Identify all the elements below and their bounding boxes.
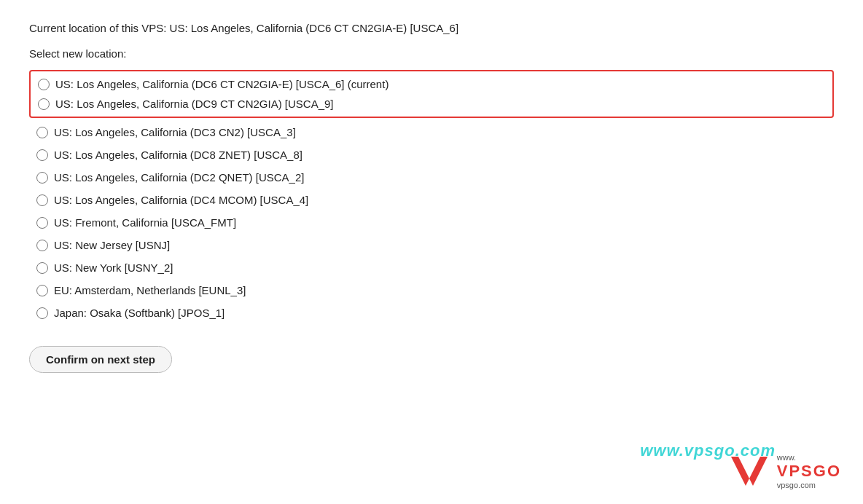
radio-usnj[interactable] <box>36 240 48 251</box>
logo-brand: VPSGO <box>777 462 841 481</box>
logo-domain: vpsgo.com <box>777 481 816 489</box>
radio-uscafmt[interactable] <box>36 217 48 229</box>
select-location-label: Select new location: <box>29 47 834 60</box>
radio-usca9[interactable] <box>38 98 50 110</box>
option-label-usca6[interactable]: US: Los Angeles, California (DC6 CT CN2G… <box>55 78 388 90</box>
list-item[interactable]: US: Los Angeles, California (DC3 CN2) [U… <box>29 121 834 143</box>
options-list: US: Los Angeles, California (DC6 CT CN2G… <box>29 70 834 324</box>
list-item[interactable]: US: New Jersey [USNJ] <box>29 234 834 256</box>
radio-eunl3[interactable] <box>36 285 48 296</box>
radio-usca4[interactable] <box>36 194 48 206</box>
option-label-usca4[interactable]: US: Los Angeles, California (DC4 MCOM) [… <box>54 194 308 206</box>
confirm-button[interactable]: Confirm on next step <box>29 346 172 373</box>
logo-www: www. <box>777 453 796 462</box>
logo-area: www. VPSGO vpsgo.com <box>727 453 841 489</box>
radio-usca6[interactable] <box>38 79 50 90</box>
svg-marker-1 <box>749 457 768 486</box>
option-label-eunl3[interactable]: EU: Amsterdam, Netherlands [EUNL_3] <box>54 284 246 296</box>
list-item[interactable]: US: Los Angeles, California (DC9 CT CN2G… <box>35 94 828 114</box>
radio-usny2[interactable] <box>36 262 48 274</box>
option-label-jpos1[interactable]: Japan: Osaka (Softbank) [JPOS_1] <box>54 307 224 319</box>
list-item[interactable]: US: Los Angeles, California (DC6 CT CN2G… <box>35 74 828 94</box>
list-item[interactable]: Japan: Osaka (Softbank) [JPOS_1] <box>29 302 834 324</box>
radio-usca2[interactable] <box>36 172 48 184</box>
list-item[interactable]: EU: Amsterdam, Netherlands [EUNL_3] <box>29 279 834 302</box>
option-label-usca8[interactable]: US: Los Angeles, California (DC8 ZNET) [… <box>54 149 302 161</box>
option-label-uscafmt[interactable]: US: Fremont, California [USCA_FMT] <box>54 216 236 229</box>
option-label-usca9[interactable]: US: Los Angeles, California (DC9 CT CN2G… <box>55 98 334 110</box>
page-container: Current location of this VPS: US: Los An… <box>0 0 863 504</box>
list-item[interactable]: US: Fremont, California [USCA_FMT] <box>29 211 834 234</box>
option-label-usny2[interactable]: US: New York [USNY_2] <box>54 261 173 274</box>
current-location-text: Current location of this VPS: US: Los An… <box>29 22 834 34</box>
radio-usca8[interactable] <box>36 149 48 161</box>
option-label-usnj[interactable]: US: New Jersey [USNJ] <box>54 239 170 251</box>
radio-usca3[interactable] <box>36 127 48 138</box>
list-item[interactable]: US: New York [USNY_2] <box>29 256 834 279</box>
list-item[interactable]: US: Los Angeles, California (DC8 ZNET) [… <box>29 143 834 166</box>
option-label-usca3[interactable]: US: Los Angeles, California (DC3 CN2) [U… <box>54 126 296 138</box>
logo-v-icon <box>727 453 771 489</box>
highlighted-options-group: US: Los Angeles, California (DC6 CT CN2G… <box>29 70 834 118</box>
svg-marker-0 <box>731 457 749 486</box>
list-item[interactable]: US: Los Angeles, California (DC2 QNET) [… <box>29 166 834 189</box>
logo-text: www. VPSGO vpsgo.com <box>777 453 841 489</box>
option-label-usca2[interactable]: US: Los Angeles, California (DC2 QNET) [… <box>54 171 304 184</box>
radio-jpos1[interactable] <box>36 307 48 319</box>
list-item[interactable]: US: Los Angeles, California (DC4 MCOM) [… <box>29 189 834 211</box>
